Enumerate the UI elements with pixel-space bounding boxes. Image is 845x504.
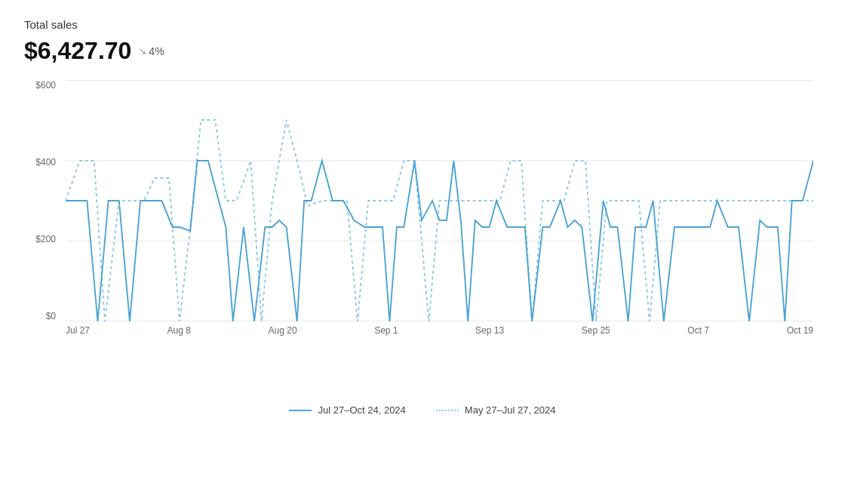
change-percent: 4% (149, 45, 164, 57)
value-row: $6,427.70 ↘ 4% (24, 37, 821, 65)
x-label-sep1: Sep 1 (374, 325, 398, 336)
x-axis: Jul 27 Aug 8 Aug 20 Sep 1 Sep 13 Sep 25 … (66, 325, 813, 336)
main-value: $6,427.70 (24, 37, 131, 65)
y-label-600: $600 (24, 80, 62, 91)
chart-legend: Jul 27–Oct 24, 2024 May 27–Jul 27, 2024 (24, 404, 821, 416)
y-label-200: $200 (24, 234, 62, 244)
total-sales-widget: Total sales $6,427.70 ↘ 4% $600 $400 $20… (24, 18, 821, 412)
legend-label-solid: Jul 27–Oct 24, 2024 (318, 404, 405, 416)
change-arrow: ↘ (139, 46, 146, 57)
legend-label-dotted: May 27–Jul 27, 2024 (465, 404, 556, 416)
change-badge: ↘ 4% (139, 45, 164, 57)
x-label-sep13: Sep 13 (475, 325, 504, 336)
y-axis: $600 $400 $200 $0 (24, 80, 62, 321)
x-label-oct7: Oct 7 (687, 325, 709, 336)
chart-plot (66, 80, 813, 321)
legend-dotted-line (436, 410, 459, 411)
x-label-oct19: Oct 19 (787, 325, 813, 336)
chart-area: $600 $400 $200 $0 (24, 80, 821, 367)
x-label-sep25: Sep 25 (582, 325, 610, 336)
x-label-aug8: Aug 8 (167, 325, 191, 336)
y-label-400: $400 (24, 157, 62, 167)
x-label-jul27: Jul 27 (66, 325, 90, 336)
y-label-0: $0 (24, 311, 62, 321)
legend-solid-line (289, 410, 312, 411)
legend-item-solid: Jul 27–Oct 24, 2024 (289, 404, 405, 416)
legend-item-dotted: May 27–Jul 27, 2024 (436, 404, 556, 416)
chart-container: $600 $400 $200 $0 (24, 80, 821, 412)
x-label-aug20: Aug 20 (269, 325, 297, 336)
chart-svg (66, 80, 813, 321)
widget-title: Total sales (24, 18, 821, 31)
